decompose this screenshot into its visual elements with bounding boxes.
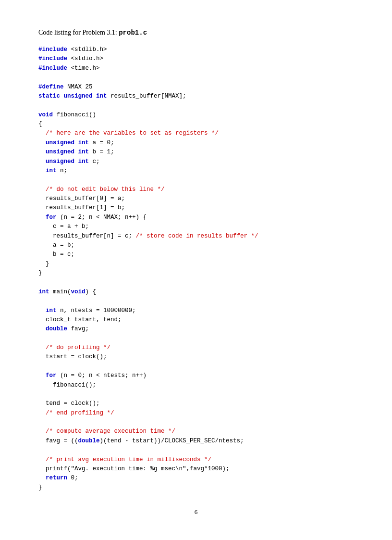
include-1: #include bbox=[38, 46, 67, 53]
page: Code listing for Problem 3.1: prob1.c #i… bbox=[0, 0, 392, 540]
caption-filename: prob1.c bbox=[119, 29, 147, 37]
caption: Code listing for Problem 3.1: prob1.c bbox=[38, 29, 354, 37]
page-number: 6 bbox=[195, 508, 198, 516]
caption-text: Code listing for Problem 3.1: bbox=[38, 29, 119, 36]
code-block: #include <stdlib.h> #include <stdio.h> #… bbox=[38, 45, 354, 492]
